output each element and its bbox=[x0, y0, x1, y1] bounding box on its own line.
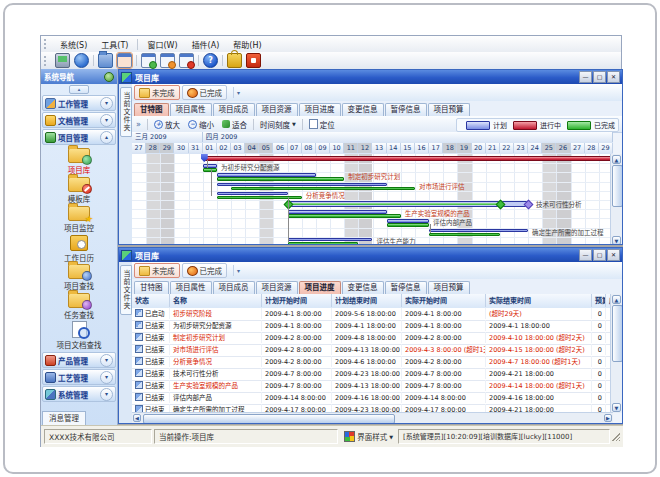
window2-titlebar[interactable]: 项目库 — ▢ ✕ bbox=[119, 248, 622, 262]
sidebar-group-0[interactable]: 工作管理▾ bbox=[42, 95, 116, 111]
gantt-bar-plan-对市场进行评估[interactable] bbox=[217, 183, 387, 187]
sidebar-group-toggle[interactable]: ▾ bbox=[100, 114, 113, 127]
column-header-实际结束时间[interactable]: 实际结束时间 bbox=[486, 294, 592, 307]
toolbar-overflow-button[interactable]: » bbox=[132, 120, 145, 129]
scroll-up-icon[interactable]: ▲ bbox=[612, 295, 621, 304]
resize-grip[interactable] bbox=[612, 433, 620, 441]
save-view-icon[interactable] bbox=[117, 53, 132, 68]
tab-项目属性[interactable]: 项目属性 bbox=[170, 103, 212, 116]
scroll-down-icon[interactable]: ▼ bbox=[612, 403, 621, 412]
window-modify-icon[interactable] bbox=[160, 53, 175, 68]
tab-项目资源[interactable]: 项目资源 bbox=[256, 281, 298, 294]
sidebar-group-2[interactable]: 项目管理▴ bbox=[42, 129, 116, 145]
gantt-bar-done-为初步研究分配资源[interactable] bbox=[203, 168, 217, 172]
gantt-bar-done-制定初步研究计划[interactable] bbox=[217, 177, 344, 181]
filter-unfinished-button[interactable]: 未完成 bbox=[134, 85, 180, 100]
tab-项目属性[interactable]: 项目属性 bbox=[170, 281, 212, 294]
sidebar-item-项目文档查找[interactable]: 项目文档查找 bbox=[41, 321, 117, 350]
menu-item-3[interactable]: 插件(A) bbox=[185, 38, 227, 51]
tab-暂停信息[interactable]: 暂停信息 bbox=[385, 281, 427, 294]
tab-甘特图[interactable]: 甘特图 bbox=[134, 281, 169, 294]
sidebar-item-工作日历[interactable]: 工作日历 bbox=[41, 234, 117, 263]
open-folder-icon[interactable] bbox=[98, 53, 113, 68]
toolbar-grip[interactable] bbox=[44, 56, 49, 66]
tab-项目成员[interactable]: 项目成员 bbox=[213, 103, 255, 116]
menu-item-2[interactable]: 窗口(W) bbox=[140, 38, 184, 51]
column-header-计划开始时间[interactable]: 计划开始时间 bbox=[262, 294, 332, 307]
window-add-icon[interactable] bbox=[141, 53, 156, 68]
tab-项目成员[interactable]: 项目成员 bbox=[213, 281, 255, 294]
exit-icon[interactable] bbox=[246, 53, 261, 68]
gantt-bar-plan-为初步研究分配资源[interactable] bbox=[203, 164, 217, 168]
maximize-button[interactable]: ▢ bbox=[593, 71, 606, 83]
computer-icon[interactable] bbox=[55, 53, 70, 68]
column-header-预算[interactable]: 预算 bbox=[592, 294, 606, 307]
tab-暂停信息[interactable]: 暂停信息 bbox=[385, 103, 427, 116]
ui-style-button[interactable]: 界面样式 ▼ bbox=[341, 429, 396, 444]
sidebar-item-项目查找[interactable]: 项目查找 bbox=[41, 263, 117, 292]
tab-变更信息[interactable]: 变更信息 bbox=[342, 103, 384, 116]
tab-甘特图[interactable]: 甘特图 bbox=[134, 103, 169, 116]
locate-button[interactable]: 定位 bbox=[306, 118, 338, 131]
tab-项目进度[interactable]: 项目进度 bbox=[299, 281, 341, 294]
close-button[interactable]: ✕ bbox=[607, 71, 620, 83]
scroll-down-icon[interactable]: ▼ bbox=[612, 236, 621, 244]
menu-item-0[interactable]: 系统(S) bbox=[53, 38, 94, 51]
gantt-bar-plan-评估内部产品[interactable] bbox=[387, 219, 429, 223]
gantt-bar-plan-确定生产所需的加工过程[interactable] bbox=[429, 229, 528, 233]
maximize-button[interactable]: ▢ bbox=[593, 249, 606, 261]
filter-finished-button[interactable]: 已完成 bbox=[182, 263, 228, 278]
filter-more-button[interactable]: ▾ bbox=[233, 87, 243, 98]
tab-message-management[interactable]: 消息管理 bbox=[42, 411, 86, 425]
tab-current-folder[interactable]: 当前文件夹 bbox=[120, 265, 132, 315]
table-vertical-scrollbar[interactable]: ▲▼ bbox=[610, 294, 622, 413]
sidebar-group-1[interactable]: 文档管理▾ bbox=[42, 112, 116, 128]
help-icon[interactable]: ? bbox=[203, 53, 218, 68]
gantt-bar-plan-制定初步研究计划[interactable] bbox=[217, 173, 316, 177]
scroll-left-icon[interactable]: ◀ bbox=[133, 414, 141, 422]
sidebar-group-toggle[interactable]: ▾ bbox=[100, 388, 113, 401]
minimize-button[interactable]: — bbox=[579, 249, 592, 261]
pin-icon[interactable] bbox=[104, 72, 114, 82]
scroll-thumb[interactable] bbox=[612, 165, 622, 207]
scroll-thumb[interactable] bbox=[143, 414, 395, 423]
sidebar-item-项目监控[interactable]: ★项目监控 bbox=[41, 205, 117, 234]
window1-titlebar[interactable]: 项目库 — ▢ ✕ bbox=[119, 70, 622, 84]
column-header-实际开始时间[interactable]: 实际开始时间 bbox=[402, 294, 486, 307]
sidebar-group-toggle[interactable]: ▾ bbox=[100, 371, 113, 384]
sidebar-item-模板库[interactable]: 模板库 bbox=[41, 176, 117, 205]
gantt-vertical-scrollbar[interactable]: ▲▼ bbox=[610, 154, 622, 244]
lock-icon[interactable] bbox=[227, 53, 242, 68]
sidebar-header[interactable]: 系统导航 bbox=[41, 69, 117, 84]
gantt-bar-done-评估内部产品[interactable] bbox=[387, 223, 429, 227]
gantt-bar-plan-评估生产能力[interactable] bbox=[288, 238, 373, 242]
window-delete-icon[interactable] bbox=[179, 53, 194, 68]
tab-变更信息[interactable]: 变更信息 bbox=[342, 281, 384, 294]
tab-项目预算[interactable]: 项目预算 bbox=[428, 103, 470, 116]
filter-finished-button[interactable]: 已完成 bbox=[182, 85, 228, 100]
tab-项目预算[interactable]: 项目预算 bbox=[428, 281, 470, 294]
sidebar-item-任务查找[interactable]: 任务查找 bbox=[41, 292, 117, 321]
scroll-thumb[interactable] bbox=[612, 305, 622, 362]
tab-项目进度[interactable]: 项目进度 bbox=[299, 103, 341, 116]
sidebar-group-toggle[interactable]: ▾ bbox=[100, 354, 113, 367]
sidebar-group-toggle[interactable]: ▾ bbox=[100, 97, 113, 110]
menu-item-1[interactable]: 工具(T) bbox=[94, 38, 135, 51]
sidebar-collapse-button[interactable]: ▴ bbox=[69, 85, 89, 94]
sidebar-item-项目库[interactable]: 项目库 bbox=[41, 147, 117, 176]
table-horizontal-scrollbar[interactable]: ◀▶ bbox=[132, 412, 613, 423]
tab-项目资源[interactable]: 项目资源 bbox=[256, 103, 298, 116]
sidebar-group-3[interactable]: 产品管理▾ bbox=[42, 352, 116, 368]
column-header-名称[interactable]: 名称 bbox=[170, 294, 262, 307]
minimize-button[interactable]: — bbox=[579, 71, 592, 83]
gantt-bar-done-确定生产所需的加工过程[interactable] bbox=[429, 233, 500, 237]
gantt-bar-inprogress-初步研究阶段[interactable] bbox=[203, 156, 613, 161]
time-scale-button[interactable]: 时间刻度▼ bbox=[257, 118, 299, 131]
gantt-bar-plan-生产实验室规模的产品[interactable] bbox=[288, 210, 387, 214]
gantt-bar-done-生产实验室规模的产品[interactable] bbox=[288, 214, 401, 218]
zoom-out-button[interactable]: −缩小 bbox=[185, 118, 217, 131]
close-button[interactable]: ✕ bbox=[607, 249, 620, 261]
gantt-bar-done-对市场进行评估[interactable] bbox=[231, 187, 415, 191]
zoom-in-button[interactable]: +放大 bbox=[151, 118, 183, 131]
sidebar-group-toggle[interactable]: ▴ bbox=[100, 131, 113, 144]
